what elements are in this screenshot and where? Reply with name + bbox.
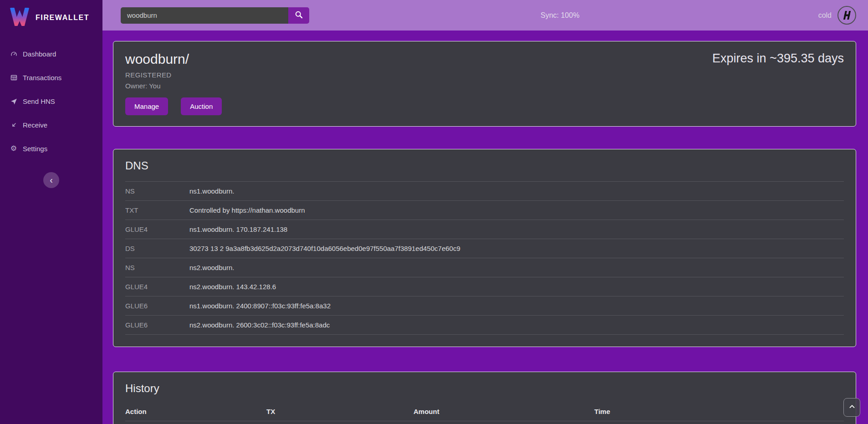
sidebar-item-label: Send HNS <box>23 97 55 105</box>
dns-record-row: GLUE4 ns1.woodburn. 170.187.241.138 <box>125 220 844 239</box>
topbar: Sync: 100% cold <box>102 0 868 31</box>
dns-record-type: NS <box>125 187 189 195</box>
column-header-time: Time <box>594 408 844 415</box>
receive-icon <box>9 121 18 129</box>
search-group <box>121 7 309 24</box>
history-card: History Action TX Amount Time UPDATE 70e… <box>113 372 856 424</box>
dns-record-value: ns2.woodburn. <box>189 264 234 271</box>
dns-record-row: NS ns2.woodburn. <box>125 258 844 277</box>
sidebar-nav: Dashboard Transactions Send HNS <box>0 42 102 160</box>
brand-name: FIREWALLET <box>36 14 89 22</box>
auction-button[interactable]: Auction <box>181 97 222 115</box>
domain-status: REGISTERED <box>125 71 844 79</box>
dns-record-row: NS ns1.woodburn. <box>125 181 844 200</box>
dns-record-type: TXT <box>125 206 189 214</box>
dns-record-type: GLUE4 <box>125 225 189 233</box>
sidebar-item-label: Receive <box>23 121 47 129</box>
column-header-amount: Amount <box>414 408 594 415</box>
sidebar-item-label: Transactions <box>23 74 61 82</box>
dns-record-row: GLUE6 ns1.woodburn. 2400:8907::f03c:93ff… <box>125 296 844 315</box>
dns-record-row: GLUE6 ns2.woodburn. 2600:3c02::f03c:93ff… <box>125 315 844 334</box>
dns-record-value: ns1.woodburn. 2400:8907::f03c:93ff:fe5a:… <box>189 302 331 310</box>
sidebar-item-receive[interactable]: Receive <box>0 113 102 137</box>
chevron-up-icon <box>848 403 856 412</box>
wallet-name-label: cold <box>818 11 832 20</box>
gauge-icon <box>9 50 18 58</box>
sidebar-item-transactions[interactable]: Transactions <box>0 66 102 89</box>
send-icon <box>9 97 18 105</box>
gear-icon: ⚙ <box>9 145 18 152</box>
search-button[interactable] <box>288 7 309 24</box>
dns-record-value: ns1.woodburn. 170.187.241.138 <box>189 225 287 233</box>
sync-status: Sync: 100% <box>541 11 579 20</box>
sidebar-collapse-button[interactable]: ‹ <box>43 172 59 188</box>
dns-record-type: GLUE6 <box>125 321 189 329</box>
dns-record-type: DS <box>125 245 189 252</box>
dns-record-value: 30273 13 2 9a3a8fb3d625d2a2073d740f10da6… <box>189 245 460 252</box>
search-input[interactable] <box>121 7 288 24</box>
dns-record-value: ns2.woodburn. 143.42.128.6 <box>189 283 276 291</box>
sidebar-item-settings[interactable]: ⚙ Settings <box>0 137 102 160</box>
chevron-left-icon: ‹ <box>50 175 53 185</box>
dns-record-type: GLUE4 <box>125 283 189 291</box>
dns-record-type: NS <box>125 264 189 271</box>
domain-owner: Owner: You <box>125 82 844 90</box>
dns-record-row: TXT Controlled by https://nathan.woodbur… <box>125 200 844 220</box>
dns-card-title: DNS <box>125 159 844 172</box>
history-card-title: History <box>125 382 844 395</box>
dns-table: NS ns1.woodburn. TXT Controlled by https… <box>125 181 844 335</box>
scroll-to-top-button[interactable] <box>843 398 860 417</box>
history-row: UPDATE 70e64775... 10.0 HNS 14:46:32 01 … <box>125 421 844 424</box>
expires-label: Expires in ~395.35 days <box>712 51 844 66</box>
dns-record-type: GLUE6 <box>125 302 189 310</box>
wallet-group: cold <box>818 6 868 25</box>
manage-button[interactable]: Manage <box>125 97 168 115</box>
history-header-row: Action TX Amount Time <box>125 402 844 421</box>
dns-record-row: DS 30273 13 2 9a3a8fb3d625d2a2073d740f10… <box>125 239 844 258</box>
dns-record-row: GLUE4 ns2.woodburn. 143.42.128.6 <box>125 277 844 296</box>
sidebar-item-dashboard[interactable]: Dashboard <box>0 42 102 66</box>
main-content: woodburn/ REGISTERED Owner: You Manage A… <box>102 31 868 424</box>
sidebar-item-label: Settings <box>23 145 47 153</box>
dns-record-value: ns1.woodburn. <box>189 187 234 195</box>
table-icon <box>9 74 18 82</box>
sidebar-item-label: Dashboard <box>23 50 56 58</box>
sidebar: FIREWALLET Dashboard Transactions <box>0 0 102 424</box>
handshake-logo-icon[interactable] <box>837 6 856 25</box>
brand[interactable]: FIREWALLET <box>0 0 102 30</box>
search-icon <box>294 10 303 20</box>
domain-card: woodburn/ REGISTERED Owner: You Manage A… <box>113 41 856 127</box>
column-header-tx: TX <box>266 408 414 415</box>
domain-actions: Manage Auction <box>125 97 844 115</box>
dns-record-value: Controlled by https://nathan.woodburn <box>189 206 305 214</box>
dns-card: DNS NS ns1.woodburn. TXT Controlled by h… <box>113 149 856 347</box>
sidebar-item-send-hns[interactable]: Send HNS <box>0 89 102 113</box>
history-table: Action TX Amount Time UPDATE 70e64775...… <box>125 402 844 424</box>
column-header-action: Action <box>125 408 266 415</box>
firewallet-logo-icon <box>9 8 30 28</box>
dns-record-value: ns2.woodburn. 2600:3c02::f03c:93ff:fe5a:… <box>189 321 330 329</box>
